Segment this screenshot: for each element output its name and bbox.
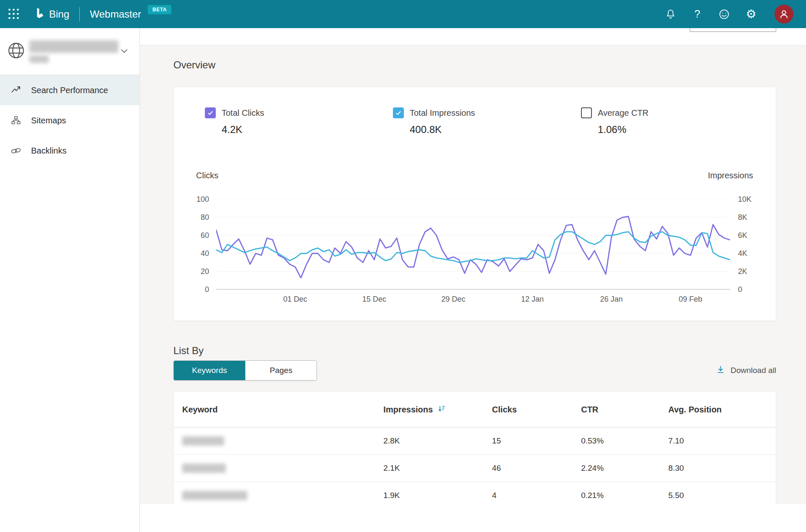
help-icon[interactable]: ?	[691, 8, 703, 20]
bing-b-icon	[35, 7, 45, 21]
keyword-redacted	[182, 436, 224, 446]
download-icon	[716, 365, 725, 376]
cell-avg-position: 8.30	[668, 464, 776, 473]
cell-impressions: 2.1K	[383, 464, 492, 473]
table-header-row: KeywordImpressionsClicksCTRAvg. Position	[174, 392, 776, 428]
right-axis-title: Impressions	[708, 171, 753, 180]
top-app-bar: Bing Webmaster BETA ? ⚙	[0, 0, 806, 28]
site-selector[interactable]	[0, 28, 139, 75]
line-chart: 100806040200 10K8K6K4K2K0	[174, 199, 776, 289]
beta-badge: BETA	[148, 5, 171, 14]
sidebar-nav: Search PerformanceSitemapsBacklinks	[0, 75, 139, 166]
right-axis-ticks: 10K8K6K4K2K0	[730, 199, 776, 289]
checkbox-checked-icon[interactable]	[205, 107, 216, 118]
download-all-button[interactable]: Download all	[716, 365, 776, 376]
cell-clicks: 4	[492, 491, 581, 500]
x-axis-labels: 01 Dec15 Dec29 Dec12 Jan26 Jan09 Feb	[216, 295, 730, 304]
settings-gear-icon[interactable]: ⚙	[745, 8, 757, 20]
app-launcher-icon[interactable]	[8, 9, 19, 20]
column-label: Avg. Position	[668, 405, 722, 415]
x-axis-label: 01 Dec	[283, 295, 307, 304]
sidebar-item-sitemaps[interactable]: Sitemaps	[0, 105, 139, 136]
header-divider	[79, 7, 80, 21]
overview-card: Total Clicks4.2KTotal Impressions400.8KA…	[173, 87, 776, 321]
sidebar: Search PerformanceSitemapsBacklinks	[0, 28, 140, 532]
checkbox-checked-icon[interactable]	[393, 107, 404, 118]
cell-ctr: 2.24%	[581, 464, 668, 473]
chart-canvas	[216, 199, 730, 289]
metric-label: Total Impressions	[410, 108, 475, 118]
metric-average-ctr: Average CTR1.06%	[581, 107, 769, 136]
metric-label: Average CTR	[598, 108, 649, 118]
checkbox-unchecked-icon[interactable]	[581, 107, 592, 118]
trending-up-icon	[11, 85, 21, 95]
cell-ctr: 0.21%	[581, 491, 668, 500]
sidebar-item-label: Sitemaps	[31, 116, 66, 125]
x-axis-label: 26 Jan	[600, 295, 623, 304]
left-axis-ticks: 100806040200	[174, 199, 216, 289]
keyword-redacted	[182, 464, 226, 473]
overview-heading: Overview	[173, 45, 776, 71]
x-axis-label: 09 Feb	[679, 295, 702, 304]
column-label: CTR	[581, 405, 598, 415]
globe-icon	[8, 42, 25, 61]
sidebar-item-search-performance[interactable]: Search Performance	[0, 75, 139, 105]
list-by-toggle: KeywordsPages	[173, 360, 317, 381]
x-axis-label: 29 Dec	[441, 295, 465, 304]
table-row[interactable]: 2.8K150.53%7.10	[174, 428, 776, 455]
list-by-tab-keywords[interactable]: Keywords	[174, 361, 245, 380]
content-area: Overview Total Clicks4.2KTotal Impressio…	[140, 45, 806, 504]
cell-clicks: 46	[492, 464, 581, 473]
sort-descending-icon	[437, 404, 446, 415]
metrics-row: Total Clicks4.2KTotal Impressions400.8KA…	[174, 107, 776, 136]
column-label: Keyword	[182, 405, 217, 415]
column-header-clicks[interactable]: Clicks	[492, 405, 581, 415]
bing-wordmark: Bing	[49, 8, 69, 20]
table-row[interactable]: 1.9K40.21%5.50	[174, 482, 776, 504]
metric-value: 1.06%	[598, 124, 769, 136]
cell-impressions: 2.8K	[383, 436, 492, 446]
column-header-avg-position[interactable]: Avg. Position	[668, 405, 776, 415]
keywords-table: KeywordImpressionsClicksCTRAvg. Position…	[173, 391, 776, 504]
list-by-heading: List By	[173, 345, 776, 357]
metric-total-clicks: Total Clicks4.2K	[205, 107, 393, 136]
download-all-label: Download all	[730, 366, 776, 375]
sidebar-item-backlinks[interactable]: Backlinks	[0, 136, 139, 166]
feedback-smiley-icon[interactable]	[718, 8, 730, 20]
table-row[interactable]: 2.1K462.24%8.30	[174, 455, 776, 482]
x-axis-label: 15 Dec	[362, 295, 386, 304]
metric-value: 4.2K	[222, 124, 393, 136]
table-body: 2.8K150.53%7.102.1K462.24%8.301.9K40.21%…	[174, 428, 776, 504]
column-label: Clicks	[492, 405, 517, 415]
column-header-impressions[interactable]: Impressions	[383, 404, 492, 415]
chevron-down-icon[interactable]	[119, 46, 129, 57]
sitemap-icon	[11, 116, 21, 125]
list-by-tab-pages[interactable]: Pages	[245, 361, 317, 380]
cell-ctr: 0.53%	[581, 436, 668, 446]
column-header-keyword[interactable]: Keyword	[182, 405, 383, 415]
sidebar-item-label: Search Performance	[31, 86, 108, 95]
cell-impressions: 1.9K	[383, 491, 492, 500]
column-header-ctr[interactable]: CTR	[581, 405, 668, 415]
bing-logo[interactable]: Bing	[35, 7, 69, 21]
cell-avg-position: 7.10	[668, 436, 776, 446]
cell-avg-position: 5.50	[668, 491, 776, 500]
site-name-redacted	[29, 40, 118, 63]
user-avatar[interactable]	[775, 5, 793, 23]
metric-total-impressions: Total Impressions400.8K	[393, 107, 581, 136]
keyword-redacted	[182, 491, 247, 500]
sidebar-item-label: Backlinks	[31, 146, 66, 156]
metric-value: 400.8K	[410, 124, 581, 136]
left-axis-title: Clicks	[196, 171, 218, 180]
metric-label: Total Clicks	[222, 108, 264, 118]
link-icon	[11, 146, 21, 156]
product-name: Webmaster	[90, 8, 141, 20]
x-axis-label: 12 Jan	[521, 295, 544, 304]
column-label: Impressions	[383, 405, 433, 415]
notifications-bell-icon[interactable]	[665, 8, 676, 20]
cell-clicks: 15	[492, 436, 581, 446]
